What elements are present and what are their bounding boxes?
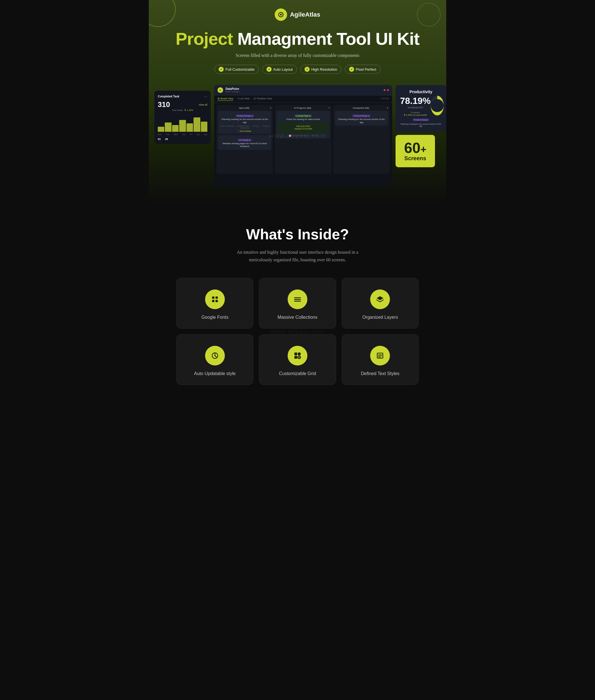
- productivity-percent: 78.19%: [400, 96, 431, 106]
- defined-text-icon: [370, 346, 390, 366]
- task-total: Total Tasks ⬆ 1.25%: [158, 109, 207, 112]
- screens-count-plus: +: [420, 144, 426, 154]
- feature-label-customizable-grid: Customizable Grid: [279, 371, 316, 376]
- board-header: D DataPulse MAR / Design: [214, 85, 392, 95]
- check-icon-3: ✓: [305, 67, 310, 72]
- card-meta-1: ● New Features ○ Testing Phase ○ Design …: [220, 125, 270, 129]
- svg-rect-15: [294, 356, 297, 359]
- sort-by: ↕ Sort By: [380, 97, 389, 101]
- col-header-progress: In Progress (08) +: [276, 107, 330, 109]
- card-tag-3: Landing Page ●: [295, 115, 311, 117]
- inside-section: What's Inside? An intuitive and highly f…: [149, 203, 446, 402]
- google-fonts-icon: [205, 289, 225, 309]
- badge-label-2: Auto Layout: [273, 67, 293, 71]
- auto-updatable-icon: [205, 346, 225, 366]
- svg-rect-8: [294, 301, 301, 301]
- hero-screens-area: www.anyusj.com Completed Task ··· 310 Vi…: [154, 85, 441, 186]
- svg-rect-3: [216, 296, 218, 299]
- chart-labels: MonTueWedThuFriSatSun: [158, 134, 207, 136]
- screens-grid: Completed Task ··· 310 View all Total Ta…: [154, 85, 441, 186]
- features-grid: Google Fonts Massive Collections: [176, 278, 419, 385]
- feature-label-defined-text: Defined Text Styles: [361, 371, 399, 376]
- badge-high-resolution: ✓ High Resolution: [300, 65, 341, 74]
- card-tag-4: Product Design ●: [352, 115, 370, 117]
- card-title-3: Finish the landing for sales funnel: [278, 118, 328, 121]
- badge-label-1: Full Customizable: [225, 67, 254, 71]
- view-all[interactable]: View all: [199, 103, 207, 106]
- compare-value: ⬆1.25% vs Last month: [400, 114, 431, 116]
- productivity-footer: Product Design Planning meeting for the …: [400, 119, 442, 127]
- check-icon-2: ✓: [266, 67, 272, 72]
- tab-timeline-view[interactable]: ⊟ Timeline View: [254, 97, 272, 101]
- card-date: 📅 13 December 2023 · 3:00 PM: [278, 135, 328, 137]
- svg-rect-5: [216, 300, 218, 302]
- screens-count-number: 60: [404, 141, 421, 155]
- hero-title-rest: Managment Tool UI Kit: [233, 29, 419, 49]
- kanban-card-2: UX Design ● Website missing pages for ro…: [218, 135, 271, 150]
- card-tag-1: Product Design ●: [236, 115, 254, 117]
- badges-bar: ✓ Full Customizable ✓ Auto Layout ✓ High…: [154, 65, 441, 74]
- completed-task-label: Completed Task: [158, 95, 179, 98]
- card-tag-2: UX Design ●: [238, 139, 252, 141]
- feature-card-defined-text: Defined Text Styles: [342, 334, 419, 385]
- productivity-card: Productivity 78.19% Workload KPI Compare…: [396, 85, 446, 132]
- task-chart: [158, 115, 207, 132]
- card-subtask: + Add Subtask: [220, 130, 270, 132]
- col-header-open: Open (08) +: [218, 107, 271, 109]
- svg-rect-13: [294, 353, 297, 355]
- svg-rect-6: [294, 297, 301, 298]
- feature-label-massive-collections: Massive Collections: [278, 315, 317, 320]
- hero-subtitle: Screens filled with a diverse array of f…: [154, 53, 441, 58]
- main-board-card: D DataPulse MAR / Design ⊞ Board View ≡ …: [214, 85, 392, 186]
- feature-label-google-fonts: Google Fonts: [201, 315, 228, 320]
- app-name: DataPulse: [225, 87, 239, 90]
- svg-point-12: [215, 355, 216, 356]
- hero-section: AgileAtlas Project Managment Tool UI Kit…: [149, 0, 446, 203]
- massive-collections-icon: [288, 289, 307, 309]
- hero-title: Project Managment Tool UI Kit: [154, 29, 441, 49]
- badge-label-4: Pixel Perfect: [356, 67, 376, 71]
- badge-full-customizable: ✓ Full Customizable: [215, 65, 259, 74]
- check-icon-1: ✓: [219, 67, 224, 72]
- badge-label-3: High Resolution: [311, 67, 337, 71]
- compare-label: Compare: [400, 111, 431, 114]
- screens-count-box: 60 + Screens: [396, 135, 435, 167]
- feature-card-massive-collections: Massive Collections: [259, 278, 336, 329]
- kanban-col-open: Open (08) + Product Design ● Planning me…: [216, 105, 273, 174]
- app-sub: MAR / Design: [225, 90, 239, 93]
- tab-board-view[interactable]: ⊞ Board View: [218, 97, 233, 101]
- card-image-1: THE ELECTRICUNIQUE SCOOTER: [278, 122, 328, 134]
- card-title-2: Website missing pages for round 03 of cl…: [220, 142, 270, 148]
- inside-desc: An intuitive and highly functional user …: [227, 249, 368, 264]
- col-header-completed: Completed (08) +: [335, 107, 388, 109]
- kanban-board: Open (08) + Product Design ● Planning me…: [214, 103, 392, 176]
- tab-list-view[interactable]: ≡ List View: [237, 97, 250, 101]
- svg-rect-7: [294, 299, 301, 300]
- check-icon-4: ✓: [349, 67, 354, 72]
- donut-inner: [431, 99, 444, 112]
- svg-point-1: [280, 14, 282, 16]
- brand-name: AgileAtlas: [290, 11, 320, 18]
- inside-content: www.anyusj.com Google Fonts: [166, 278, 429, 385]
- inside-title: What's Inside?: [166, 226, 429, 243]
- more-dots: ···: [204, 94, 207, 98]
- card-title-4: Planning meeting for the second version …: [337, 118, 387, 124]
- customizable-grid-icon: [288, 346, 307, 366]
- organized-layers-icon: [370, 289, 390, 309]
- logo-bar: AgileAtlas: [154, 8, 441, 21]
- kanban-card-3: Landing Page ● Finish the landing for sa…: [276, 111, 330, 138]
- badge-auto-layout: ✓ Auto Layout: [262, 65, 297, 74]
- view-tabs: ⊞ Board View ≡ List View ⊟ Timeline View…: [214, 95, 392, 103]
- footer-tag: Product Design: [413, 119, 429, 121]
- screens-count-num-area: 60 +: [404, 141, 427, 155]
- feature-card-customizable-grid: Customizable Grid: [259, 334, 336, 385]
- right-panel: Productivity 78.19% Workload KPI Compare…: [396, 85, 441, 167]
- task-count: 310: [158, 100, 170, 109]
- badge-pixel-perfect: ✓ Pixel Perfect: [345, 65, 380, 74]
- kanban-card-1: Product Design ● Planning meeting for th…: [218, 111, 271, 134]
- feature-label-organized-layers: Organized Layers: [362, 315, 398, 320]
- datapulse-logo: D: [218, 87, 223, 93]
- kanban-card-4: Product Design ● Planning meeting for th…: [335, 111, 388, 125]
- task-stats: 5328: [158, 138, 207, 141]
- hero-title-accent: Project: [175, 29, 233, 49]
